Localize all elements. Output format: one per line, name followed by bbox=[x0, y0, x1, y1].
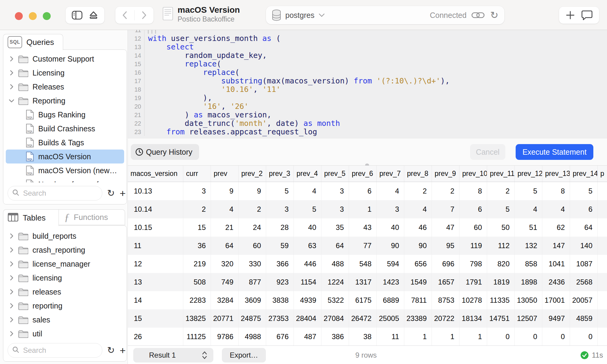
cell-prev_14[interactable]: 5 bbox=[570, 182, 598, 200]
cell-curr[interactable]: 3 bbox=[183, 182, 211, 200]
schema-folder-item[interactable]: build_reports bbox=[3, 229, 127, 243]
cell-prev_4[interactable]: 40 bbox=[294, 218, 321, 237]
cell-prev[interactable]: 64 bbox=[211, 237, 239, 255]
queries-search-field[interactable] bbox=[8, 186, 102, 201]
cell-prev_2[interactable]: 2 bbox=[239, 200, 266, 218]
cell-prev_13[interactable]: 1041 bbox=[542, 255, 570, 273]
cell-prev_14[interactable]: 0 bbox=[570, 328, 598, 346]
cell-prev_13[interactable]: 0 bbox=[542, 328, 570, 346]
cell-prev[interactable]: 4 bbox=[211, 200, 239, 218]
cell-prev_2[interactable]: 24 bbox=[239, 218, 266, 237]
cell-prev_10[interactable]: 10278 bbox=[459, 291, 487, 309]
query-file-item[interactable]: SQLBugs Ranking bbox=[3, 108, 127, 122]
code-line[interactable]: 11 bbox=[128, 30, 607, 34]
cell-curr[interactable]: 36 bbox=[183, 237, 211, 255]
schema-folder-item[interactable]: util bbox=[3, 327, 127, 341]
cell-prev_2[interactable]: 330 bbox=[239, 255, 266, 273]
cell-prev_5[interactable]: 64 bbox=[321, 237, 349, 255]
query-folder-item[interactable]: Releases bbox=[3, 80, 127, 94]
cell-prev_10[interactable]: 60 bbox=[459, 218, 487, 237]
cell-macos-version[interactable]: 10.14 bbox=[128, 200, 183, 218]
column-header-prev_12[interactable]: prev_12 bbox=[515, 166, 542, 182]
cell-prev_3[interactable]: 3 bbox=[266, 200, 294, 218]
cell-macos-version[interactable]: 14 bbox=[128, 291, 183, 309]
cell-curr[interactable]: 2 bbox=[183, 200, 211, 218]
cell-curr[interactable]: 13825 bbox=[183, 309, 211, 328]
sql-editor[interactable]: 1112with user_versions_month as (13 sele… bbox=[128, 30, 607, 138]
schema-folder-item[interactable]: crash_reporting bbox=[3, 243, 127, 257]
results-table[interactable]: macos_versioncurrprevprev_2prev_3prev_4p… bbox=[128, 166, 607, 364]
schema-folder-item[interactable]: reporting bbox=[3, 299, 127, 313]
code-line[interactable]: 14 random_update_key, bbox=[128, 51, 607, 59]
cell-prev_9[interactable]: 696 bbox=[432, 255, 459, 273]
cell-prev_6[interactable]: 1317 bbox=[349, 273, 377, 291]
chevron-right-icon[interactable] bbox=[7, 303, 16, 309]
cell-prev_3[interactable]: 5 bbox=[266, 182, 294, 200]
cell-prev_11[interactable]: 2 bbox=[487, 182, 515, 200]
close-window-button[interactable] bbox=[15, 12, 23, 20]
cell-prev_6[interactable]: 77 bbox=[349, 237, 377, 255]
cell-prev_6[interactable]: 1 bbox=[349, 200, 377, 218]
cell-prev_4[interactable]: 446 bbox=[294, 255, 321, 273]
cell-prev_7[interactable]: 11 bbox=[377, 328, 404, 346]
zoom-window-button[interactable] bbox=[43, 12, 51, 20]
cell-prev_8[interactable]: 2 bbox=[404, 182, 432, 200]
cell-prev_5[interactable]: 27084 bbox=[321, 309, 349, 328]
cell-prev_3[interactable]: 676 bbox=[266, 328, 294, 346]
chevron-right-icon[interactable] bbox=[7, 84, 16, 90]
cell-prev_2[interactable]: 4988 bbox=[239, 328, 266, 346]
code-line[interactable]: 17 substring(max(macos_version) from '(?… bbox=[128, 76, 607, 85]
chevron-right-icon[interactable] bbox=[7, 317, 16, 323]
toggle-sidebar-icon[interactable] bbox=[72, 11, 83, 20]
refresh-queries-icon[interactable]: ↻ bbox=[107, 189, 115, 198]
cell-prev[interactable]: 9786 bbox=[211, 328, 239, 346]
cell-prev[interactable]: 749 bbox=[211, 273, 239, 291]
cell-macos-version[interactable]: 10.13 bbox=[128, 182, 183, 200]
table-row-10.13[interactable]: 10.13399543642282585 bbox=[128, 182, 607, 200]
code-line[interactable]: 21 ) as macos_version, bbox=[128, 110, 607, 119]
cell-prev_9[interactable]: 95 bbox=[432, 237, 459, 255]
schema-folder-item[interactable]: releases bbox=[3, 285, 127, 299]
cell-prev_4[interactable]: 487 bbox=[294, 328, 321, 346]
cell-prev_10[interactable]: 798 bbox=[459, 255, 487, 273]
cell-prev_3[interactable]: 3838 bbox=[266, 291, 294, 309]
cell-prev_9[interactable]: 47 bbox=[432, 218, 459, 237]
query-file-item[interactable]: SQLBuild Crashiness bbox=[3, 122, 127, 136]
cell-prev_4[interactable]: 63 bbox=[294, 237, 321, 255]
column-header-prev_10[interactable]: prev_10 bbox=[459, 166, 487, 182]
cell-prev_5[interactable]: 1224 bbox=[321, 273, 349, 291]
cell-macos-version[interactable]: 12 bbox=[128, 255, 183, 273]
cell-prev_10[interactable]: 8 bbox=[459, 182, 487, 200]
query-file-item[interactable]: SQLBuilds & Tags bbox=[3, 136, 127, 150]
minimize-window-button[interactable] bbox=[29, 12, 37, 20]
code-line[interactable]: 23 from releases.appcast_request_log bbox=[128, 127, 607, 136]
feedback-bubble-icon[interactable] bbox=[582, 10, 592, 20]
cell-macos-version[interactable]: 10.15 bbox=[128, 218, 183, 237]
cell-prev_14[interactable]: 140 bbox=[570, 237, 598, 255]
execute-statement-button[interactable]: Execute Statement bbox=[516, 144, 593, 160]
cell-curr[interactable]: 11125 bbox=[183, 328, 211, 346]
table-row-11[interactable]: 1136646059636477909095119112132147140 bbox=[128, 237, 607, 255]
column-header-curr[interactable]: curr bbox=[183, 166, 211, 182]
cell-prev_4[interactable]: 28404 bbox=[294, 309, 321, 328]
query-folder-item[interactable]: Licensing bbox=[3, 66, 127, 80]
cell-prev_14[interactable]: 20057 bbox=[570, 291, 598, 309]
cancel-button[interactable]: Cancel bbox=[470, 144, 505, 160]
column-header-prev_8[interactable]: prev_8 bbox=[404, 166, 432, 182]
cell-prev_12[interactable]: 858 bbox=[515, 255, 542, 273]
database-name[interactable]: postgres bbox=[285, 11, 314, 20]
cell-prev_13[interactable]: 62 bbox=[542, 218, 570, 237]
column-header-prev[interactable]: prev bbox=[211, 166, 239, 182]
cell-prev_8[interactable]: 7811 bbox=[404, 291, 432, 309]
cell-prev_8[interactable]: 46 bbox=[404, 218, 432, 237]
column-header-prev_7[interactable]: prev_7 bbox=[377, 166, 404, 182]
table-row-14[interactable]: 1422833284360938384939532261756889781187… bbox=[128, 291, 607, 309]
cell-prev_12[interactable]: 132 bbox=[515, 237, 542, 255]
cell-prev_9[interactable]: 7 bbox=[432, 200, 459, 218]
cell-prev_8[interactable]: 23389 bbox=[404, 309, 432, 328]
cell-prev_6[interactable]: 6 bbox=[349, 182, 377, 200]
cell-prev[interactable]: 9 bbox=[211, 182, 239, 200]
forward-icon[interactable] bbox=[141, 11, 147, 20]
chevron-right-icon[interactable] bbox=[7, 70, 16, 76]
cell-prev[interactable]: 320 bbox=[211, 255, 239, 273]
